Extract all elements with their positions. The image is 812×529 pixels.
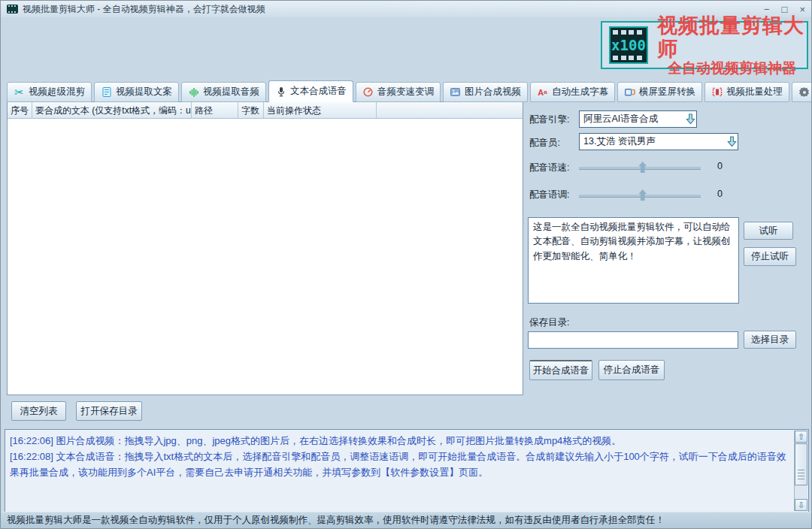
col-status: 当前操作状态	[264, 102, 377, 118]
scroll-down-icon[interactable]: ⇩	[795, 499, 807, 511]
down-arrow-icon[interactable]	[684, 113, 696, 125]
pitch-value: 0	[717, 189, 723, 199]
preview-text-input[interactable]: 这是一款全自动视频批量剪辑软件，可以自动给文本配音、自动剪辑视频并添加字幕，让视…	[528, 217, 739, 304]
close-button[interactable]: ×	[799, 5, 805, 14]
save-dir-label: 保存目录:	[529, 316, 569, 329]
engine-value: 阿里云AI语音合成	[583, 113, 684, 125]
tab-text-to-speech[interactable]: 文本合成语音	[268, 80, 353, 102]
speed-slider-thumb[interactable]	[638, 162, 647, 173]
gauge-icon	[362, 86, 374, 98]
tab-bar: ✂ 视频超级混剪 视频提取文案 视频提取音频 文本合成语音 音频变速变调 图片合…	[7, 80, 812, 102]
scroll-up-icon[interactable]: ⇧	[795, 431, 807, 443]
log-entry: [16:22:06] 图片合成视频：拖拽导入jpg、png、jpeg格式的图片后…	[10, 434, 789, 449]
down-arrow-icon[interactable]	[726, 136, 738, 147]
status-bar: 视频批量剪辑大师是一款视频全自动剪辑软件，仅用于个人原创视频制作、提高剪辑效率，…	[1, 512, 811, 528]
tab-image-to-video[interactable]: 图片合成视频	[443, 82, 528, 102]
logo-subtitle: 全自动视频剪辑神器	[657, 61, 807, 77]
speed-label: 配音语速:	[529, 162, 569, 174]
speaker-dropdown[interactable]: 13.艾浩 资讯男声	[579, 133, 738, 150]
stop-listen-button[interactable]: 停止试听	[744, 247, 796, 266]
col-index: 序号	[8, 102, 32, 118]
logo-title: 视频批量剪辑大师	[657, 14, 807, 61]
logo-text: 视频批量剪辑大师 全自动视频剪辑神器	[657, 14, 807, 77]
engine-label: 配音引擎:	[529, 113, 569, 126]
tab-label: 横屏竖屏转换	[639, 86, 695, 98]
pitch-slider-thumb[interactable]	[638, 189, 647, 201]
col-text: 要合成的文本 (仅支持txt格式，编码：utf-8)	[32, 102, 192, 118]
save-dir-input[interactable]	[528, 331, 738, 349]
speed-value: 0	[717, 161, 723, 171]
window-title: 视频批量剪辑大师 - 全自动视频剪辑神器，会打字就会做视频	[23, 3, 265, 16]
tab-label: 视频提取音频	[203, 86, 259, 98]
listen-button[interactable]: 试听	[744, 222, 793, 240]
logo-badge: x100	[611, 37, 646, 53]
start-synthesis-button[interactable]: 开始合成语音	[529, 360, 592, 380]
tab-label: 音频变速变调	[377, 86, 434, 98]
open-save-dir-button[interactable]: 打开保存目录	[76, 401, 142, 421]
col-empty	[377, 102, 523, 118]
col-path: 路径	[192, 102, 238, 118]
gear-icon	[798, 86, 810, 98]
stop-synthesis-button[interactable]: 停止合成语音	[598, 360, 665, 380]
table-header-row: 序号 要合成的文本 (仅支持txt格式，编码：utf-8) 路径 字数 当前操作…	[8, 102, 523, 119]
engine-dropdown[interactable]: 阿里云AI语音合成	[579, 110, 697, 128]
text-file-drop-area[interactable]	[8, 119, 523, 394]
tab-landscape-portrait[interactable]: 横屏竖屏转换	[617, 82, 702, 102]
tab-label: 自动生成字幕	[552, 86, 608, 98]
microphone-icon	[275, 86, 286, 97]
tab-label: 视频超级混剪	[29, 86, 85, 98]
log-scrollbar[interactable]: ⇧ ⇩	[794, 431, 807, 511]
tab-label: 视频批量处理	[726, 86, 783, 98]
batch-icon	[711, 86, 723, 98]
tab-audio-speed-pitch[interactable]: 音频变速变调	[356, 82, 441, 102]
log-panel: [16:22:06] 图片合成视频：拖拽导入jpg、png、jpeg格式的图片后…	[5, 429, 809, 512]
pitch-slider[interactable]	[579, 195, 701, 198]
col-word-count: 字数	[238, 102, 264, 118]
speaker-label: 配音员:	[529, 137, 560, 150]
status-text: 视频批量剪辑大师是一款视频全自动剪辑软件，仅用于个人原创视频制作、提高剪辑效率，…	[7, 514, 665, 527]
brand-logo: x100 视频批量剪辑大师 全自动视频剪辑神器	[601, 21, 808, 69]
tab-video-batch-process[interactable]: 视频批量处理	[704, 82, 789, 102]
tab-label: 视频提取文案	[116, 86, 172, 98]
subtitle-aa-icon: Aa	[537, 86, 548, 98]
image-icon	[450, 86, 461, 98]
rotate-screen-icon	[624, 86, 635, 98]
choose-dir-button[interactable]: 选择目录	[744, 331, 796, 349]
tab-software-settings[interactable]: 软件参数设置	[792, 82, 812, 102]
speed-slider[interactable]	[579, 167, 701, 170]
speaker-value: 13.艾浩 资讯男声	[583, 135, 726, 148]
minimize-button[interactable]: −	[764, 5, 770, 14]
app-film-icon	[7, 5, 18, 14]
tab-label: 文本合成语音	[290, 85, 347, 98]
tab-label: 图片合成视频	[465, 86, 521, 98]
text-file-table: 序号 要合成的文本 (仅支持txt格式，编码：utf-8) 路径 字数 当前操作…	[7, 101, 523, 395]
tab-video-extract-text[interactable]: 视频提取文案	[94, 82, 179, 102]
scrollbar-thumb[interactable]	[795, 443, 807, 485]
waveform-icon	[188, 86, 199, 98]
film-x100-icon: x100	[609, 26, 648, 64]
log-entry: [16:22:08] 文本合成语音：拖拽导入txt格式的文本后，选择配音引擎和配…	[10, 449, 789, 481]
document-icon	[101, 86, 112, 98]
tab-auto-subtitles[interactable]: Aa 自动生成字幕	[530, 82, 615, 102]
scissors-icon: ✂	[14, 86, 25, 98]
tab-video-super-mix[interactable]: ✂ 视频超级混剪	[7, 82, 92, 102]
clear-list-button[interactable]: 清空列表	[11, 401, 66, 421]
pitch-label: 配音语调:	[529, 189, 569, 201]
maximize-button[interactable]: □	[782, 5, 788, 14]
tab-video-extract-audio[interactable]: 视频提取音频	[181, 82, 266, 102]
